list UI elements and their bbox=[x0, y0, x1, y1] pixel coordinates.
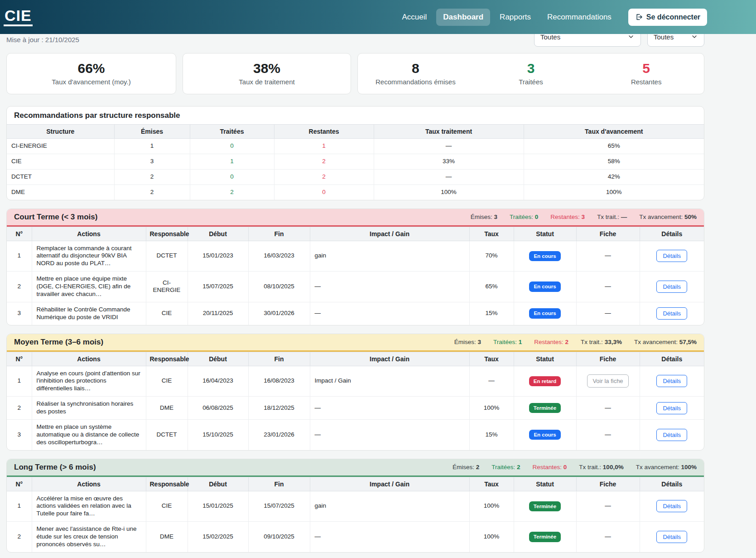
cell-fiche: — bbox=[576, 241, 640, 272]
section-table-header-row: N° Actions Responsable Début Fin Impact … bbox=[7, 352, 704, 366]
col-fiche: Fiche bbox=[576, 477, 640, 491]
voir-fiche-button[interactable]: Voir la fiche bbox=[587, 374, 628, 388]
stat-tx-avancement: Tx avancement: 57,5% bbox=[634, 339, 697, 345]
col-taux-avancement: Taux d'avancement bbox=[524, 125, 704, 139]
cell-fin: 08/10/2025 bbox=[248, 272, 310, 302]
kpi-emises: 8 Recommandations émises bbox=[358, 61, 473, 86]
cell-traitees: 0 bbox=[190, 139, 274, 154]
col-fin: Fin bbox=[248, 352, 310, 366]
stat-emises: Émises: 2 bbox=[453, 464, 479, 471]
cell-numero: 1 bbox=[7, 241, 32, 272]
section-stats: Émises: 2 Traitées: 2 Restantes: 0 Tx tr… bbox=[453, 464, 697, 471]
cell-impact: — bbox=[310, 302, 469, 325]
kpi-value: 5 bbox=[588, 61, 704, 76]
cell-impact: — bbox=[310, 272, 469, 302]
cell-structure: CIE bbox=[7, 154, 114, 169]
col-details: Détails bbox=[640, 227, 704, 241]
stat-tx-avancement: Tx avancement: 50% bbox=[639, 213, 697, 220]
cell-fiche: — bbox=[576, 491, 640, 522]
cell-taux-avancement: 65% bbox=[524, 139, 704, 154]
col-taux-traitement: Taux traitement bbox=[374, 125, 524, 139]
cell-fiche: — bbox=[576, 397, 640, 420]
cell-taux-avancement: 42% bbox=[524, 169, 704, 184]
table-row: 3 Mettre en place un système automatique… bbox=[7, 419, 704, 450]
col-taux: Taux bbox=[469, 477, 514, 491]
section-title: Court Terme (< 3 mois) bbox=[14, 213, 97, 222]
logout-label: Se déconnecter bbox=[646, 13, 700, 21]
cell-fin: 15/07/2025 bbox=[248, 491, 310, 522]
app-logo[interactable]: CIE bbox=[4, 8, 33, 27]
chevron-down-icon bbox=[627, 33, 635, 40]
details-button[interactable]: Détails bbox=[656, 500, 687, 512]
details-button[interactable]: Détails bbox=[656, 250, 687, 262]
kpi-card-traitement: 38% Taux de traitement bbox=[183, 53, 351, 94]
nav-item-recommandations[interactable]: Recommandations bbox=[540, 9, 618, 26]
cell-responsable: CIE bbox=[146, 302, 188, 325]
kpi-label: Recommandations émises bbox=[358, 78, 473, 86]
cell-details: Détails bbox=[640, 272, 704, 302]
status-badge: En cours bbox=[529, 308, 560, 318]
cell-taux: 100% bbox=[469, 522, 514, 552]
cell-traitees: 1 bbox=[190, 154, 274, 169]
logout-button[interactable]: Se déconnecter bbox=[628, 9, 707, 26]
details-button[interactable]: Détails bbox=[656, 531, 687, 543]
col-actions: Actions bbox=[32, 477, 146, 491]
cell-fiche: — bbox=[576, 302, 640, 325]
cell-impact: — bbox=[310, 419, 469, 450]
cell-impact: Impact / Gain bbox=[310, 366, 469, 397]
cell-statut: Terminée bbox=[514, 522, 576, 552]
nav-item-rapports[interactable]: Rapports bbox=[493, 9, 538, 26]
col-responsable: Responsable bbox=[146, 352, 188, 366]
kpi-card-avancement: 66% Taux d'avancement (moy.) bbox=[6, 53, 176, 94]
cell-fiche: — bbox=[576, 522, 640, 552]
cell-structure: CI-ENERGIE bbox=[7, 139, 114, 154]
nav-item-accueil[interactable]: Accueil bbox=[395, 9, 434, 26]
cell-numero: 2 bbox=[7, 397, 32, 420]
cell-structure: DME bbox=[7, 184, 114, 199]
col-impact-gain: Impact / Gain bbox=[310, 227, 469, 241]
meta-row: Mise à jour : 21/10/2025 Toutes Toutes bbox=[6, 34, 704, 47]
col-fin: Fin bbox=[248, 477, 310, 491]
details-button[interactable]: Détails bbox=[656, 281, 687, 293]
cell-debut: 15/01/2025 bbox=[188, 491, 248, 522]
status-badge: En cours bbox=[529, 430, 560, 440]
cell-emises: 2 bbox=[114, 184, 190, 199]
structure-table: Structure Émises Traitées Restantes Taux… bbox=[7, 124, 704, 200]
cell-details: Détails bbox=[640, 366, 704, 397]
stat-emises: Émises: 3 bbox=[471, 213, 497, 220]
col-debut: Début bbox=[188, 352, 248, 366]
col-actions: Actions bbox=[32, 227, 146, 241]
stat-traitees: Traitées: 0 bbox=[510, 213, 538, 220]
cell-debut: 06/08/2025 bbox=[188, 397, 248, 420]
cell-impact: — bbox=[310, 522, 469, 552]
status-badge: En cours bbox=[529, 281, 560, 291]
cell-action: Mettre en place un système automatique o… bbox=[32, 419, 146, 450]
cell-debut: 15/10/2025 bbox=[188, 419, 248, 450]
cell-numero: 3 bbox=[7, 419, 32, 450]
details-button[interactable]: Détails bbox=[656, 402, 687, 414]
details-button[interactable]: Détails bbox=[656, 429, 687, 441]
table-row: 2 Mettre en place une équipe mixte (DGE,… bbox=[7, 272, 704, 302]
details-button[interactable]: Détails bbox=[656, 307, 687, 320]
cell-action: Réaliser la synchronisation horaires des… bbox=[32, 397, 146, 420]
cell-impact: gain bbox=[310, 241, 469, 272]
table-row: 1 Remplacer la commande à courant altern… bbox=[7, 241, 704, 272]
kpi-row: 66% Taux d'avancement (moy.) 38% Taux de… bbox=[6, 53, 704, 94]
nav-links: Accueil Dashboard Rapports Recommandatio… bbox=[395, 9, 708, 26]
stat-tx-avancement: Tx avancement: 100% bbox=[636, 464, 697, 471]
cell-action: Mener avec l'assistance de Rte-i une étu… bbox=[32, 522, 146, 552]
cell-numero: 2 bbox=[7, 522, 32, 552]
section-title: Long Terme (> 6 mois) bbox=[14, 463, 96, 472]
cell-taux: 65% bbox=[469, 272, 514, 302]
col-details: Détails bbox=[640, 477, 704, 491]
cell-emises: 2 bbox=[114, 169, 190, 184]
cell-restantes: 0 bbox=[274, 184, 374, 199]
nav-item-dashboard[interactable]: Dashboard bbox=[436, 9, 490, 26]
col-fiche: Fiche bbox=[576, 227, 640, 241]
stat-traitees: Traitées: 2 bbox=[491, 464, 520, 471]
details-button[interactable]: Détails bbox=[656, 375, 687, 387]
status-badge: Terminée bbox=[529, 501, 561, 511]
cell-statut: Terminée bbox=[514, 491, 576, 522]
cell-taux-traitement: — bbox=[374, 169, 524, 184]
filter-select-value: Toutes bbox=[654, 33, 674, 41]
